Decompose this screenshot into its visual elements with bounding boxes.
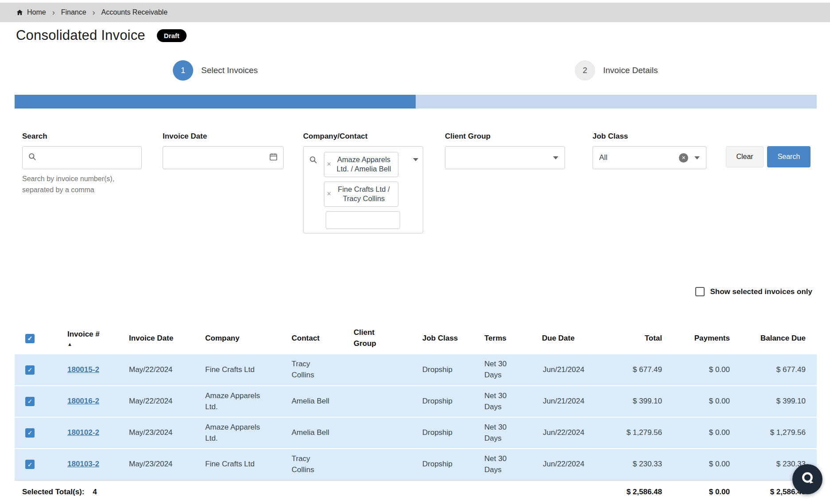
client-group-cell bbox=[350, 354, 419, 386]
balance-due-cell: $ 399.10 bbox=[733, 386, 817, 417]
search-input[interactable] bbox=[40, 147, 136, 169]
progress-complete-segment bbox=[15, 95, 416, 109]
selected-company-chip[interactable]: ✕ Fine Crafts Ltd / Tracy Collins bbox=[324, 182, 398, 207]
total-cell: $ 1,279.56 bbox=[603, 417, 665, 449]
company-cell: Amaze Apparels Ltd. bbox=[202, 417, 288, 449]
progress-remaining-segment bbox=[416, 95, 817, 109]
step-2-label: Invoice Details bbox=[603, 66, 658, 75]
step-2-circle: 2 bbox=[575, 60, 595, 81]
step-select-invoices[interactable]: 1 Select Invoices bbox=[173, 60, 258, 81]
invoice-date-cell: May/23/2024 bbox=[122, 417, 202, 449]
client-group-cell bbox=[350, 449, 419, 480]
terms-cell: Net 30 Days bbox=[481, 354, 538, 386]
job-class-cell: Dropship bbox=[419, 354, 481, 386]
row-checkbox[interactable]: ✓ bbox=[25, 397, 35, 406]
job-class-select[interactable]: All ✕ bbox=[592, 146, 706, 169]
wizard-progress-bar bbox=[15, 95, 817, 109]
chip-label: Amaze Apparels Ltd. / Amelia Bell bbox=[337, 155, 391, 173]
invoice-date-cell: May/22/2024 bbox=[122, 354, 202, 386]
due-date-cell: Jun/21/2024 bbox=[538, 386, 603, 417]
total-cell: $ 399.10 bbox=[603, 386, 665, 417]
breadcrumb-accounts-receivable[interactable]: Accounts Receivable bbox=[101, 8, 168, 16]
column-header-terms[interactable]: Terms bbox=[481, 322, 538, 354]
invoice-row: ✓ 180015-2 May/22/2024 Fine Crafts Ltd T… bbox=[15, 354, 817, 386]
remove-icon[interactable]: ✕ bbox=[327, 161, 331, 168]
step-invoice-details[interactable]: 2 Invoice Details bbox=[575, 60, 658, 81]
footer-total: $ 2,586.48 bbox=[603, 480, 665, 501]
caret-down-icon bbox=[553, 156, 558, 159]
caret-down-icon[interactable] bbox=[413, 158, 418, 161]
job-class-cell: Dropship bbox=[419, 449, 481, 480]
breadcrumb: Home › Finance › Accounts Receivable bbox=[0, 3, 830, 22]
row-checkbox[interactable]: ✓ bbox=[25, 460, 35, 469]
job-class-cell: Dropship bbox=[419, 386, 481, 417]
invoice-date-cell: May/22/2024 bbox=[122, 386, 202, 417]
selected-company-chip[interactable]: ✕ Amaze Apparels Ltd. / Amelia Bell bbox=[324, 152, 398, 177]
remove-icon[interactable]: ✕ bbox=[327, 190, 331, 198]
home-icon bbox=[16, 9, 23, 16]
client-group-select[interactable] bbox=[445, 146, 565, 169]
client-group-cell bbox=[350, 417, 419, 449]
search-button[interactable]: Search bbox=[767, 146, 811, 167]
chat-launcher-button[interactable] bbox=[792, 464, 822, 494]
total-cell: $ 230.33 bbox=[603, 449, 665, 480]
row-checkbox[interactable]: ✓ bbox=[25, 428, 35, 438]
due-date-cell: Jun/21/2024 bbox=[538, 354, 603, 386]
balance-due-cell: $ 677.49 bbox=[733, 354, 817, 386]
payments-cell: $ 0.00 bbox=[665, 449, 733, 480]
search-icon bbox=[309, 155, 318, 166]
search-label: Search bbox=[22, 132, 47, 141]
column-header-company[interactable]: Company bbox=[202, 322, 288, 354]
step-1-label: Select Invoices bbox=[201, 66, 258, 75]
company-contact-label: Company/Contact bbox=[303, 132, 367, 141]
invoice-number-link[interactable]: 180015-2 bbox=[67, 365, 99, 374]
clear-selection-icon[interactable]: ✕ bbox=[679, 153, 688, 163]
table-footer-row: Selected Total(s): 4 $ 2,586.48 $ 0.00 $… bbox=[15, 480, 817, 501]
invoice-number-link[interactable]: 180103-2 bbox=[67, 460, 99, 468]
contact-cell: Amelia Bell bbox=[288, 386, 350, 417]
invoices-table: ✓ Invoice # ▲ Invoice Date Company Conta… bbox=[15, 322, 817, 501]
column-header-balance-due[interactable]: Balance Due bbox=[733, 322, 817, 354]
invoice-date-input[interactable] bbox=[168, 147, 269, 169]
column-header-due-date[interactable]: Due Date bbox=[538, 322, 603, 354]
calendar-icon[interactable] bbox=[269, 152, 278, 163]
due-date-cell: Jun/22/2024 bbox=[538, 449, 603, 480]
invoice-number-link[interactable]: 180102-2 bbox=[67, 428, 99, 437]
job-class-label: Job Class bbox=[592, 132, 628, 141]
row-checkbox[interactable]: ✓ bbox=[25, 365, 35, 375]
show-selected-checkbox[interactable] bbox=[695, 287, 705, 296]
total-cell: $ 677.49 bbox=[603, 354, 665, 386]
table-header-row: ✓ Invoice # ▲ Invoice Date Company Conta… bbox=[15, 322, 817, 354]
contact-cell: Tracy Collins bbox=[288, 449, 350, 480]
search-field bbox=[22, 146, 142, 169]
search-hint: Search by invoice number(s), separated b… bbox=[22, 174, 129, 196]
company-contact-input-box bbox=[326, 211, 400, 229]
breadcrumb-home-label: Home bbox=[27, 8, 46, 16]
footer-payments: $ 0.00 bbox=[665, 480, 733, 501]
status-badge: Draft bbox=[157, 29, 187, 42]
contact-cell: Tracy Collins bbox=[288, 354, 350, 386]
contact-cell: Amelia Bell bbox=[288, 417, 350, 449]
column-header-invoice-number[interactable]: Invoice # ▲ bbox=[62, 322, 122, 354]
invoice-number-link[interactable]: 180016-2 bbox=[67, 397, 99, 405]
column-header-job-class[interactable]: Job Class bbox=[419, 322, 481, 354]
column-header-client-group[interactable]: Client Group bbox=[350, 322, 419, 354]
company-contact-input[interactable] bbox=[326, 212, 400, 229]
invoice-row: ✓ 180103-2 May/23/2024 Fine Crafts Ltd T… bbox=[15, 449, 817, 480]
column-header-invoice-date[interactable]: Invoice Date bbox=[122, 322, 202, 354]
invoice-date-field bbox=[163, 146, 284, 169]
column-header-contact[interactable]: Contact bbox=[288, 322, 350, 354]
company-cell: Fine Crafts Ltd bbox=[202, 354, 288, 386]
breadcrumb-finance[interactable]: Finance bbox=[61, 8, 86, 16]
client-group-cell bbox=[350, 386, 419, 417]
page-title: Consolidated Invoice bbox=[16, 27, 145, 43]
breadcrumb-home[interactable]: Home bbox=[16, 8, 46, 16]
show-selected-label: Show selected invoices only bbox=[710, 287, 812, 296]
column-header-total[interactable]: Total bbox=[603, 322, 665, 354]
clear-button[interactable]: Clear bbox=[726, 146, 764, 167]
payments-cell: $ 0.00 bbox=[665, 417, 733, 449]
select-all-checkbox[interactable]: ✓ bbox=[25, 334, 35, 343]
job-class-cell: Dropship bbox=[419, 417, 481, 449]
column-header-payments[interactable]: Payments bbox=[665, 322, 733, 354]
consolidated-invoice-page: Home › Finance › Accounts Receivable Con… bbox=[0, 0, 830, 504]
